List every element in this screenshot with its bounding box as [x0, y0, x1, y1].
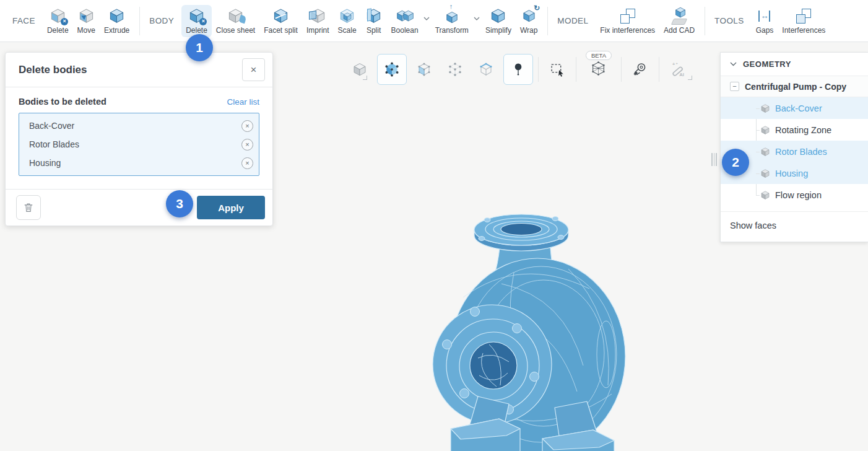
cube-transform-icon: ↑ — [443, 7, 461, 25]
step-badge-3: 3 — [166, 190, 193, 217]
remove-item-icon[interactable]: × — [241, 120, 253, 132]
apply-button[interactable]: Apply — [197, 196, 265, 219]
selection-mode-toolbar: BETA + + AI — [344, 51, 693, 88]
tree-item-flow-region[interactable]: Flow region — [721, 184, 868, 206]
body-cube-icon — [760, 190, 770, 200]
collapse-icon[interactable]: − — [730, 82, 739, 91]
select-assembly-button[interactable] — [346, 55, 373, 84]
list-item: Housing × — [25, 154, 253, 172]
cube-delete-icon: × — [188, 7, 205, 25]
body-scale-button[interactable]: Scale — [334, 5, 361, 37]
cube-split-icon — [365, 7, 383, 25]
body-close-sheet-button[interactable]: Close sheet — [212, 5, 259, 37]
dialog-footer: Apply — [6, 189, 272, 226]
step-badge-1: 1 — [186, 34, 213, 61]
remove-item-icon[interactable]: × — [241, 157, 253, 169]
body-wrap-button[interactable]: ↻ Wrap — [516, 5, 542, 37]
step-badge-2: 2 — [722, 149, 749, 176]
select-body-button[interactable] — [377, 54, 407, 85]
tools-interferences-button[interactable]: Interferences — [778, 5, 830, 37]
divider — [139, 7, 140, 35]
close-button[interactable]: × — [242, 58, 265, 81]
ai-assistant-button[interactable]: + + AI — [664, 55, 692, 84]
box-select-button[interactable] — [544, 55, 571, 84]
gap-arrows-icon: ↔ — [756, 7, 773, 25]
cube-move-icon — [77, 7, 95, 25]
divider — [576, 57, 576, 82]
bodies-list: Back-Cover × Rotor Blades × Housing × — [19, 113, 259, 176]
cube-close-sheet-icon — [227, 7, 245, 25]
cube-on-base-icon — [671, 7, 688, 25]
panel-resize-handle[interactable] — [711, 153, 717, 166]
select-edge-button[interactable] — [472, 55, 500, 84]
mesh-lattice-icon — [591, 61, 606, 76]
section-label-model: MODEL — [557, 16, 588, 25]
measure-tape-icon — [632, 61, 648, 77]
tree-item-rotating-zone[interactable]: Rotating Zone — [721, 119, 868, 141]
model-fix-interferences-button[interactable]: Fix interferences — [596, 5, 659, 37]
divider — [538, 57, 539, 82]
svg-text:+: + — [675, 61, 678, 65]
face-move-button[interactable]: Move — [73, 5, 100, 37]
body-simplify-button[interactable]: Simplify — [481, 5, 516, 37]
box-select-icon — [550, 62, 565, 77]
divider — [547, 7, 548, 35]
face-tool-group: × Delete Move Extrude — [43, 5, 134, 37]
tree-item-back-cover[interactable]: Back-Cover — [721, 97, 868, 119]
geometry-panel: GEOMETRY − Centrifugal Pump - Copy Back-… — [720, 52, 868, 242]
list-item: Back-Cover × — [25, 116, 253, 135]
overlapping-squares-icon — [619, 7, 636, 25]
mesh-lattice-beta-button[interactable]: BETA — [581, 55, 616, 84]
delete-operation-button[interactable] — [16, 195, 41, 220]
body-facet-split-button[interactable]: Facet split — [259, 5, 302, 37]
main-toolbar: FACE × Delete Move Extrude BODY × Delete… — [0, 0, 868, 42]
show-faces-toggle[interactable]: Show faces — [721, 211, 868, 239]
body-boolean-button[interactable]: Boolean — [387, 5, 423, 37]
section-label-body: BODY — [149, 16, 174, 25]
select-vertex-button[interactable] — [441, 55, 469, 84]
geometry-root-row[interactable]: − Centrifugal Pump - Copy — [721, 76, 868, 97]
select-face-button[interactable] — [410, 55, 438, 84]
face-extrude-button[interactable]: Extrude — [100, 5, 134, 37]
select-face-icon — [417, 62, 432, 77]
cube-wrap-icon: ↻ — [520, 7, 537, 25]
face-delete-button[interactable]: × Delete — [43, 5, 73, 37]
tools-gaps-button[interactable]: ↔ Gaps — [752, 5, 778, 37]
dialog-title: Delete bodies — [19, 64, 87, 76]
divider — [705, 7, 705, 35]
clear-list-link[interactable]: Clear list — [227, 97, 259, 107]
geometry-panel-header[interactable]: GEOMETRY — [721, 53, 868, 76]
measure-button[interactable] — [627, 55, 654, 84]
cube-imprint-icon — [309, 7, 326, 25]
ai-wand-icon: + + AI — [670, 61, 687, 78]
remove-item-icon[interactable]: × — [241, 139, 253, 151]
body-cube-icon — [760, 169, 770, 178]
select-edge-icon — [479, 62, 493, 77]
section-label-tools: TOOLS — [714, 16, 744, 25]
pump-3d-model[interactable] — [427, 211, 627, 451]
cube-simplify-icon — [490, 7, 507, 25]
body-imprint-button[interactable]: Imprint — [302, 5, 334, 37]
section-label-face: FACE — [12, 16, 35, 25]
body-split-button[interactable]: Split — [361, 5, 387, 37]
cube-extrude-icon — [108, 7, 126, 25]
dialog-header: Delete bodies × — [6, 53, 272, 87]
model-add-cad-button[interactable]: Add CAD — [659, 5, 699, 37]
model-tool-group: Fix interferences Add CAD — [596, 5, 699, 37]
body-transform-button[interactable]: ↑ Transform — [431, 5, 473, 37]
body-tool-group: × Delete Close sheet Facet split Imprint… — [181, 5, 542, 37]
overlapping-squares-icon — [795, 7, 812, 25]
beta-badge: BETA — [586, 51, 612, 60]
dialog-body: Bodies to be deleted Clear list Back-Cov… — [6, 87, 272, 176]
select-assembly-icon — [352, 62, 367, 77]
flyout-corner-icon — [688, 76, 692, 80]
body-cube-icon — [760, 125, 770, 135]
select-body-icon — [384, 61, 400, 77]
select-vertex-icon — [448, 62, 462, 77]
body-delete-button[interactable]: × Delete — [181, 5, 212, 37]
probe-point-button[interactable] — [503, 54, 533, 85]
chevron-down-icon[interactable] — [474, 12, 480, 23]
svg-text:AI: AI — [679, 71, 684, 77]
chevron-down-icon[interactable] — [423, 12, 430, 23]
cube-boolean-icon — [395, 7, 415, 25]
